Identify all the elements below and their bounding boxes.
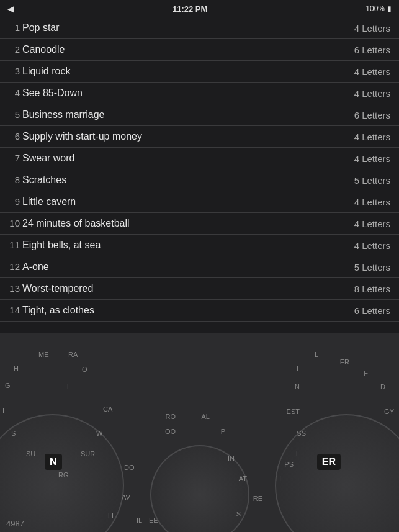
status-bar: ◀ 11:22 PM 100% ▮ xyxy=(0,0,399,17)
wheel-letter: DO xyxy=(124,464,135,471)
wheel-letter: PS xyxy=(284,461,294,468)
wheel-letter: RO xyxy=(166,413,176,420)
wheel-letter: G xyxy=(5,382,11,389)
wheel-letter: SS xyxy=(297,430,306,437)
wheel-letter: IL xyxy=(137,516,142,524)
clue-letters: 4 Letters xyxy=(354,88,390,99)
wheel-letter: AT xyxy=(239,475,247,482)
wheel-letter: EST xyxy=(287,408,300,415)
selected-letter-right[interactable]: ER xyxy=(317,454,341,470)
wheel-letter: P xyxy=(221,428,225,435)
clue-row[interactable]: 12 A-one 5 Letters xyxy=(0,256,399,278)
wheel-letter: W xyxy=(96,430,102,437)
wheel-letter: IN xyxy=(228,454,235,462)
clue-letters: 4 Letters xyxy=(354,197,390,207)
score-label: 4987 xyxy=(6,519,24,528)
wheel-letter: F xyxy=(364,369,368,377)
wheel-letter: GY xyxy=(384,408,394,415)
wheel-letter: RE xyxy=(253,495,262,502)
clue-row[interactable]: 5 Business marriage 6 Letters xyxy=(0,104,399,126)
clue-number: 9 xyxy=(6,196,20,207)
right-wheel[interactable] xyxy=(275,414,399,532)
clue-left: 6 Supply with start-up money xyxy=(6,131,142,142)
back-icon[interactable]: ◀ xyxy=(7,4,14,14)
clue-row[interactable]: 11 Eight bells, at sea 4 Letters xyxy=(0,235,399,256)
clue-text: Business marriage xyxy=(22,109,105,120)
clue-row[interactable]: 14 Tight, as clothes 6 Letters xyxy=(0,300,399,322)
wheel-letter: L xyxy=(67,383,71,390)
clue-text: Supply with start-up money xyxy=(22,131,142,142)
wheel-letter: T xyxy=(295,364,300,372)
wheel-letter: ER xyxy=(340,358,349,366)
clue-row[interactable]: 10 24 minutes of basketball 4 Letters xyxy=(0,213,399,235)
clue-letters: 5 Letters xyxy=(354,262,390,273)
clue-number: 12 xyxy=(6,261,20,272)
clue-text: See 85-Down xyxy=(22,88,83,99)
clue-row[interactable]: 6 Supply with start-up money 4 Letters xyxy=(0,126,399,148)
clue-letters: 4 Letters xyxy=(354,132,390,142)
clue-number: 7 xyxy=(6,153,20,163)
clue-left: 2 Canoodle xyxy=(6,44,65,55)
clue-row[interactable]: 4 See 85-Down 4 Letters xyxy=(0,83,399,104)
clue-row[interactable]: 9 Little cavern 4 Letters xyxy=(0,191,399,213)
clue-letters: 6 Letters xyxy=(354,110,390,120)
clue-letters: 8 Letters xyxy=(354,284,390,294)
clue-letters: 4 Letters xyxy=(354,66,390,77)
clue-text: Liquid rock xyxy=(22,66,70,77)
selected-letter-left[interactable]: N xyxy=(45,454,62,470)
battery-icon: ▮ xyxy=(387,4,392,13)
clue-left: 12 A-one xyxy=(6,261,49,273)
wheel-letter: EE xyxy=(149,516,158,524)
clue-letters: 6 Letters xyxy=(354,45,390,55)
clue-letters: 4 Letters xyxy=(354,153,390,164)
clue-left: 1 Pop star xyxy=(6,22,60,34)
clue-number: 13 xyxy=(6,283,20,294)
wheel-letter: SUR xyxy=(81,450,95,458)
clue-text: A-one xyxy=(22,261,49,273)
clue-list: 1 Pop star 4 Letters 2 Canoodle 6 Letter… xyxy=(0,17,399,322)
clue-left: 8 Scratches xyxy=(6,174,66,186)
clue-text: Tight, as clothes xyxy=(22,305,94,316)
clue-text: Pop star xyxy=(22,22,60,34)
wheel-letter: RA xyxy=(68,351,78,358)
wheel-area[interactable]: ME RA H O G L CA I W S SU SUR DO RG AV L… xyxy=(0,333,399,532)
clue-letters: 4 Letters xyxy=(354,240,390,251)
clue-number: 14 xyxy=(6,305,20,315)
clue-left: 14 Tight, as clothes xyxy=(6,305,94,316)
clue-row[interactable]: 7 Swear word 4 Letters xyxy=(0,148,399,169)
clue-number: 6 xyxy=(6,131,20,142)
clue-letters: 5 Letters xyxy=(354,175,390,186)
clue-text: 24 minutes of basketball xyxy=(22,218,130,229)
clue-number: 8 xyxy=(6,174,20,185)
wheel-letter: S xyxy=(11,430,16,437)
wheel-letter: ME xyxy=(38,351,49,358)
battery-info: 100% ▮ xyxy=(365,4,392,13)
wheel-letter: L xyxy=(315,351,318,358)
clue-text: Swear word xyxy=(22,153,74,164)
clue-number: 4 xyxy=(6,88,20,98)
clue-left: 11 Eight bells, at sea xyxy=(6,240,101,251)
wheel-letter: AV xyxy=(122,494,130,501)
wheel-letter: RG xyxy=(58,471,69,479)
clue-left: 3 Liquid rock xyxy=(6,66,70,77)
clue-row[interactable]: 8 Scratches 5 Letters xyxy=(0,169,399,191)
wheel-letter: S xyxy=(236,510,241,518)
wheel-letter: SU xyxy=(26,450,35,458)
clue-row[interactable]: 2 Canoodle 6 Letters xyxy=(0,39,399,61)
wheel-letter: D xyxy=(380,383,385,390)
clue-number: 10 xyxy=(6,218,20,228)
clue-number: 3 xyxy=(6,66,20,76)
wheel-letter: L xyxy=(296,450,300,458)
clue-number: 11 xyxy=(6,240,20,250)
clue-row[interactable]: 3 Liquid rock 4 Letters xyxy=(0,61,399,83)
clue-row[interactable]: 13 Worst-tempered 8 Letters xyxy=(0,278,399,300)
wheel-letter: AL xyxy=(202,413,210,420)
clue-left: 13 Worst-tempered xyxy=(6,283,93,294)
clue-text: Scratches xyxy=(22,174,66,186)
clue-row[interactable]: 1 Pop star 4 Letters xyxy=(0,17,399,39)
clue-letters: 4 Letters xyxy=(354,219,390,229)
clue-text: Canoodle xyxy=(22,44,65,55)
wheel-letter: N xyxy=(295,383,300,390)
clue-text: Eight bells, at sea xyxy=(22,240,101,251)
wheel-letter: H xyxy=(14,364,19,372)
